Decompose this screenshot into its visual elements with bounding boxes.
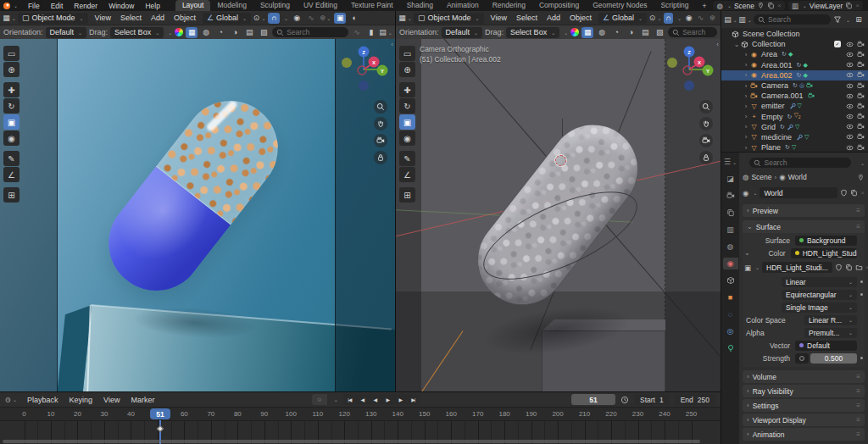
object-name[interactable]: Scene Collection <box>743 30 800 38</box>
tab-constraints[interactable]: ◎ <box>723 325 738 337</box>
tab-render[interactable] <box>723 190 738 202</box>
workspace-tab[interactable]: Sculpting <box>253 0 297 11</box>
eye-icon[interactable] <box>846 144 854 152</box>
eye-icon[interactable] <box>846 123 854 130</box>
outliner-row[interactable]: ›Camera.001 <box>721 91 868 101</box>
panel-surface[interactable]: ⌄ Surface ≡ <box>743 220 865 233</box>
outliner-editor[interactable]: ▤⌄ ▥⌄ ⌄ ⊞ Scene Collection⌄Collection✓›◉… <box>721 11 868 153</box>
animate-dot[interactable] <box>860 293 863 296</box>
camera-restrict-icon[interactable] <box>857 41 865 48</box>
properties-panel-header[interactable]: › Settings ≡ <box>743 399 865 412</box>
camera-restrict-icon[interactable] <box>857 123 865 130</box>
properties-panel-header[interactable]: › Viewport Display ≡ <box>743 413 865 426</box>
vector-field[interactable]: Default <box>795 341 857 351</box>
timeline-menu-item[interactable]: View <box>98 396 125 404</box>
workspace-tab[interactable]: Shading <box>400 0 440 11</box>
checkbox-icon[interactable]: ✓ <box>834 41 841 47</box>
pivot-point-icon[interactable]: ⌾ <box>708 13 717 24</box>
disclosure-icon[interactable]: › <box>743 103 749 110</box>
layout-icon[interactable]: ▤⌄ <box>380 27 392 38</box>
outliner-row[interactable]: ›Camera↻◎ <box>721 80 868 91</box>
current-frame-badge[interactable]: 51 <box>150 408 170 419</box>
viewport-menu-item[interactable]: Select <box>512 14 542 22</box>
camera-restrict-icon[interactable] <box>857 61 865 69</box>
workspace-tab[interactable]: Compositing <box>532 0 586 11</box>
frame-start-field[interactable]: Start1 <box>634 394 670 405</box>
world-icon[interactable]: ◉ <box>743 189 748 197</box>
chevron-down-icon[interactable]: ⌄ <box>168 30 172 36</box>
interpolation-dropdown[interactable]: Linear⌄ <box>782 277 857 287</box>
outliner-row[interactable]: ›◉Area.001↻◆ <box>721 60 868 70</box>
world-name-field[interactable]: World <box>760 187 837 198</box>
topbar-menu-item[interactable]: File <box>23 2 45 10</box>
outliner-row[interactable]: ›+Empty↻▽2 <box>721 112 868 122</box>
viewport-menu-item[interactable]: Object <box>170 14 200 22</box>
disclosure-icon[interactable]: › <box>743 123 749 130</box>
transport-button[interactable]: ▶| <box>407 394 420 405</box>
outliner-row[interactable]: ›▽Grid↻▽ <box>721 122 868 132</box>
workspace-tab[interactable]: Animation <box>440 0 486 11</box>
workspace-tab[interactable]: UV Editing <box>297 0 344 11</box>
gizmo-toggle-icon[interactable]: ▣ <box>334 13 346 24</box>
camera-restrict-icon[interactable] <box>857 103 865 110</box>
surface-shader-field[interactable]: Background <box>795 236 857 246</box>
properties-editor[interactable]: ☰⌄ ◪ ▥ ◍ ◉ ■ ◌ ◎ ⌄ <box>721 153 868 444</box>
orientation-dropdown[interactable]: Default⌄ <box>442 27 483 38</box>
navigation-gizmo[interactable]: Z X Y <box>665 44 714 95</box>
folder-icon[interactable] <box>855 264 863 271</box>
zoom-icon[interactable] <box>374 100 387 114</box>
eye-icon[interactable] <box>846 113 854 120</box>
bookmark-icon[interactable]: ▮ <box>365 27 377 38</box>
tab-scene[interactable]: ◍ <box>723 241 738 253</box>
eye-icon[interactable] <box>846 92 854 100</box>
transport-button[interactable]: |◀ <box>343 394 356 405</box>
viewport-menu-item[interactable]: Object <box>565 14 596 22</box>
viewport-orthographic[interactable]: ▦⌄ ▢Object Mode⌄ ViewSelectAddObject ∠Gl… <box>396 11 721 391</box>
object-name[interactable]: Camera.001 <box>761 92 804 100</box>
tool-select-box[interactable]: ▭ <box>399 46 415 61</box>
viewport-tool-option-icon[interactable]: ▧ <box>258 27 270 38</box>
outliner-row[interactable]: Scene Collection <box>721 29 868 39</box>
pan-hand-icon[interactable] <box>374 117 387 130</box>
outliner-row[interactable]: ›▽medicine▽ <box>721 132 868 142</box>
editor-type-icon[interactable]: ⌄ <box>5 394 17 405</box>
eye-icon[interactable] <box>846 41 854 48</box>
tool-measure[interactable]: ∠ <box>399 167 415 182</box>
object-name[interactable]: emitter <box>761 102 785 110</box>
proportional-falloff-icon[interactable]: ∿ <box>305 13 317 24</box>
curve-widget-icon[interactable]: ∿ <box>351 27 363 38</box>
tab-output[interactable] <box>723 207 738 219</box>
display-mode-icon[interactable]: ▥⌄ <box>739 14 751 25</box>
auto-keying-button[interactable]: ○ <box>312 394 327 405</box>
color-field[interactable]: HDR_Light_Studi... <box>791 248 857 258</box>
disclosure-icon[interactable]: › <box>743 61 749 69</box>
editor-type-icon[interactable]: ▤⌄ <box>725 14 737 25</box>
proportional-falloff-icon[interactable]: ∿ <box>696 13 705 24</box>
blender-logo-icon[interactable] <box>3 3 10 9</box>
chevron-down-icon[interactable]: ⌄ <box>564 30 568 36</box>
timeline-body[interactable]: 0102030406070809010011012013014015016017… <box>0 408 721 444</box>
tool-add-cube[interactable]: ⊞ <box>399 187 415 203</box>
unlink-icon[interactable]: × <box>860 189 865 197</box>
source-dropdown[interactable]: Single Image⌄ <box>782 302 857 313</box>
tool-transform[interactable]: ◉ <box>3 130 19 146</box>
workspace-tab[interactable]: Scripting <box>654 0 695 11</box>
object-name[interactable]: Empty <box>761 113 783 121</box>
strength-slider[interactable]: 0.500 <box>810 353 857 364</box>
object-name[interactable]: Collection <box>752 40 786 48</box>
frame-end-field[interactable]: End250 <box>675 394 715 405</box>
clock-icon[interactable] <box>620 396 629 404</box>
disclosure-icon[interactable]: › <box>743 92 749 100</box>
object-name[interactable]: Area <box>761 50 777 58</box>
copy-icon[interactable] <box>850 189 858 197</box>
topbar-menu-item[interactable]: Help <box>140 2 164 10</box>
eye-icon[interactable] <box>846 103 854 110</box>
transport-button[interactable]: ▶ <box>381 394 394 405</box>
tool-transform[interactable]: ◉ <box>399 130 415 146</box>
viewport-canvas-3d[interactable]: Camera Orthographic (51) Collection | Ar… <box>396 39 721 391</box>
outliner-search[interactable] <box>754 14 831 25</box>
object-name[interactable]: Area.001 <box>761 61 793 69</box>
transport-button[interactable]: ◀ <box>369 394 381 405</box>
breadcrumb-world[interactable]: World <box>788 173 807 181</box>
projection-dropdown[interactable]: Equirectangular⌄ <box>782 290 857 300</box>
